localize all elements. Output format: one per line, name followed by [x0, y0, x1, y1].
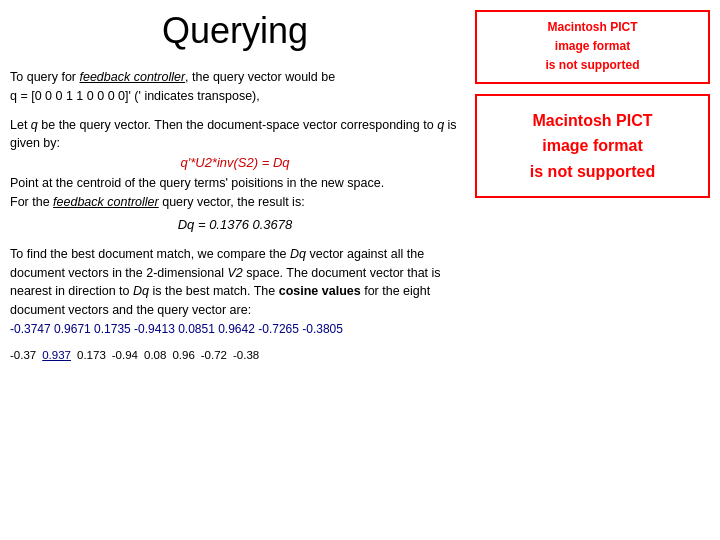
dq-var1: Dq — [290, 247, 306, 261]
dq-var2: Dq — [133, 284, 149, 298]
bn-5: 0.08 — [144, 349, 166, 361]
bn-7: -0.72 — [201, 349, 227, 361]
q-var1: q — [31, 118, 38, 132]
formula-line: q'*U2*inv(S2) = Dq — [10, 153, 460, 174]
v2-var: V2 — [227, 266, 242, 280]
right-content: Macintosh PICT image format is not suppo… — [470, 10, 710, 530]
feedback-italic: feedback controller — [53, 195, 159, 209]
cosine-row: -0.3747 0.9671 0.1735 -0.9413 0.0851 0.9… — [10, 322, 343, 336]
pict-small-line3: is not supported — [487, 56, 698, 75]
bottom-numbers-row: -0.37 0.937 0.173 -0.94 0.08 0.96 -0.72 … — [10, 349, 460, 361]
intro-paragraph: To query for feedback controller, the qu… — [10, 68, 460, 106]
bn-2: 0.937 — [42, 349, 71, 361]
q-var2: q — [437, 118, 444, 132]
intro-text2: , the query vector would be — [185, 70, 335, 84]
para2-line3: Point at the centroid of the query terms… — [10, 176, 384, 190]
cosine-bold: cosine values — [279, 284, 361, 298]
pict-large-line3: is not supported — [492, 159, 693, 185]
pict-small-line1: Macintosh PICT — [487, 18, 698, 37]
feedback-controller-link: feedback controller — [79, 70, 185, 84]
para3: To find the best document match, we comp… — [10, 245, 460, 339]
dq-result: Dq = 0.1376 0.3678 — [10, 215, 460, 235]
pict-box-large: Macintosh PICT image format is not suppo… — [475, 94, 710, 199]
intro-text1: To query for — [10, 70, 79, 84]
left-content: Querying To query for feedback controlle… — [10, 10, 470, 530]
main-container: Querying To query for feedback controlle… — [0, 0, 720, 540]
para2-line1: Let q be the query vector. Then the docu… — [10, 118, 457, 151]
page-title: Querying — [10, 10, 460, 52]
query-vector: q = [0 0 0 1 1 0 0 0 0]' (' indicates tr… — [10, 89, 260, 103]
pict-box-small: Macintosh PICT image format is not suppo… — [475, 10, 710, 84]
bn-3: 0.173 — [77, 349, 106, 361]
para2-line4b: query vector, the result is: — [159, 195, 305, 209]
bn-4: -0.94 — [112, 349, 138, 361]
bn-1: -0.37 — [10, 349, 36, 361]
bn-8: -0.38 — [233, 349, 259, 361]
pict-large-line1: Macintosh PICT — [492, 108, 693, 134]
para3-text: To find the best document match, we comp… — [10, 247, 441, 317]
para2: Let q be the query vector. Then the docu… — [10, 116, 460, 235]
pict-large-line2: image format — [492, 133, 693, 159]
para2-line4: For the feedback controller query vector… — [10, 195, 305, 209]
bn-6: 0.96 — [172, 349, 194, 361]
pict-small-line2: image format — [487, 37, 698, 56]
